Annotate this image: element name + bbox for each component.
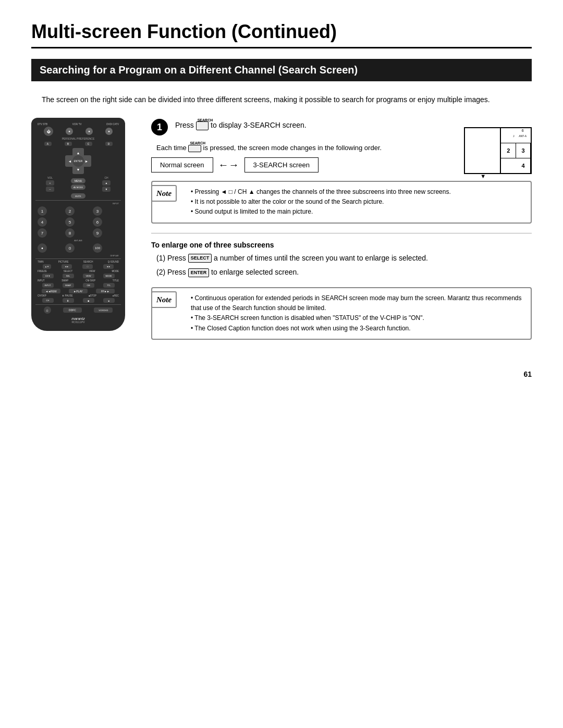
note-tag-2: Note <box>151 291 177 308</box>
power-button[interactable]: ⏻ <box>44 127 53 136</box>
note-item-1-2: It is not possible to alter the color or… <box>191 197 523 207</box>
menu-button[interactable]: MENU <box>71 178 85 183</box>
dtv-button[interactable]: ● <box>66 128 73 135</box>
search-btn-label: SEARCH <box>198 118 213 124</box>
input2-label: INPUT <box>38 279 45 282</box>
divider2 <box>35 258 121 259</box>
ff-btn[interactable]: FF►► <box>96 289 115 293</box>
mute-button[interactable]: MUTE <box>71 193 85 199</box>
num6-label: 6 <box>522 129 524 132</box>
input-row-btns: INPUT SWAP CM TTL <box>38 283 119 288</box>
cmskip-label: CM-SKIP <box>85 279 95 282</box>
picture-btn[interactable]: ◄► <box>62 264 72 269</box>
screen-header-2: 6 ANT-A <box>516 128 531 143</box>
btn-c[interactable]: C <box>85 142 92 146</box>
screen-cell-num4: 4 <box>516 158 531 173</box>
view-label: VIEW <box>89 270 95 273</box>
model-number: RC6111PV <box>35 320 121 324</box>
num1[interactable]: 1 <box>38 206 47 216</box>
brand-area: marantz RC6111PV <box>35 317 121 324</box>
btn-a[interactable]: A <box>44 142 52 146</box>
pause-btn[interactable]: ⏸ <box>63 298 74 303</box>
num2[interactable]: 2 <box>65 206 75 216</box>
twin-row-btns: ▲▼ ◄► □ ◄► <box>38 264 119 269</box>
ch-down[interactable]: ▼ <box>102 187 111 192</box>
normal-screen-box: Normal screen <box>151 157 213 172</box>
ant-a-label: ANT-A <box>519 134 527 138</box>
num4[interactable]: 4 <box>38 217 47 227</box>
vol-ch-row: VOL + – MENU AV MODE CH ▲ ▼ <box>38 176 119 192</box>
num6[interactable]: 6 <box>93 217 102 227</box>
remote-control: DTV STB VCR/ TV DVD/ CATV ⏻ ● ● ● PERSON… <box>31 118 125 331</box>
vcrdvd-btn[interactable]: VCR/DVD <box>94 307 113 313</box>
twin-btn[interactable]: ▲▼ <box>43 264 51 269</box>
num7[interactable]: 7 <box>38 228 47 238</box>
picture-label: PICTURE <box>58 261 69 263</box>
mode-btn[interactable]: MODE <box>103 274 115 278</box>
vol-up[interactable]: + <box>46 180 54 186</box>
dot-zero-hundred: • 0 100 <box>38 243 119 253</box>
screen-main-panel <box>465 128 501 173</box>
dot-btn[interactable]: • <box>38 243 47 253</box>
avmode-button[interactable]: AV MODE <box>71 184 85 190</box>
dvd-button[interactable]: ● <box>105 128 113 135</box>
step1-post: to display 3-SEARCH screen. <box>211 121 307 129</box>
ch-label: CH <box>104 176 108 179</box>
select-btn[interactable]: SEL <box>63 274 74 278</box>
stop-btn[interactable]: ■ <box>83 298 94 303</box>
display-label: DISPLAY <box>35 254 119 257</box>
btn-d[interactable]: D <box>105 142 113 146</box>
step1-row: 1 Press SEARCH to display 3-SEARCH scree… <box>151 118 438 135</box>
vcr-button[interactable]: ● <box>85 128 93 135</box>
search-button-inline: SEARCH <box>196 121 209 131</box>
select-btn-inline: SELECT <box>188 254 212 263</box>
divider3 <box>35 304 121 305</box>
step1-circle: 1 <box>151 119 168 135</box>
search-btn-remote[interactable]: □ <box>82 264 93 269</box>
num0[interactable]: 0 <box>65 243 75 253</box>
note-item-2-1: Continuous operation for extended period… <box>191 293 523 313</box>
chskp-btn[interactable]: CH <box>42 298 54 303</box>
search-screen-box: 3-SEARCH screen <box>244 157 319 172</box>
note-content-2: Continuous operation for extended period… <box>191 293 523 334</box>
num5[interactable]: 5 <box>65 217 75 227</box>
ant-ab-label: ANT-A/B <box>35 239 121 242</box>
pause-label: ⏸PAUSE <box>62 294 72 297</box>
note-item-2-3: The Closed Caption function does not wor… <box>191 324 523 334</box>
step1-block: 1 Press SEARCH to display 3-SEARCH scree… <box>151 118 532 181</box>
mode-switch: Normal screen ←→ 3-SEARCH screen <box>151 157 438 172</box>
cmskip-btn[interactable]: CM <box>83 283 94 288</box>
qsound-btn[interactable]: ◄► <box>103 264 114 269</box>
search-label-top: SEARCH <box>83 261 93 263</box>
screen-cell-num3: 3 <box>516 143 531 158</box>
dvd-label: DVD/ CATV <box>106 123 119 126</box>
num9[interactable]: 9 <box>93 228 102 238</box>
play-btn[interactable]: ►PLAY <box>69 289 88 293</box>
note-tag-1: Note <box>151 185 177 202</box>
view-btn[interactable]: VIEW <box>83 274 94 278</box>
input-btn[interactable]: INPUT <box>42 283 54 288</box>
note-item-1-1: Pressing ◄ □ / CH ▲ changes the channels… <box>191 187 523 197</box>
screen-arrow-down: ▼ <box>465 173 501 179</box>
swap-btn[interactable]: SWAP <box>63 283 74 288</box>
num3[interactable]: 3 <box>93 206 102 216</box>
ddfc-btn[interactable]: DDFC <box>63 307 82 313</box>
ch-up[interactable]: ▲ <box>102 180 111 186</box>
title-btn[interactable]: TTL <box>103 283 115 288</box>
swap-label: SWAP <box>62 279 68 282</box>
freeze-row-labels: FREEZE SELECT VIEW MODE <box>38 270 119 273</box>
num8[interactable]: 8 <box>65 228 75 238</box>
vol-down[interactable]: – <box>46 187 54 192</box>
rew-btn[interactable]: ◄◄REW <box>42 289 60 293</box>
note-box-2: Note Continuous operation for extended p… <box>151 287 532 340</box>
each-time-post: is pressed, the screen mode changes in t… <box>203 144 382 152</box>
vcr-label: VCR/ TV <box>72 123 82 126</box>
freeze-row-btns: CH▼ SEL VIEW MODE <box>38 274 119 278</box>
rec-btn[interactable]: ● <box>103 298 115 303</box>
note-item-2-2: The 3-SEARCH screen function is disabled… <box>191 313 523 323</box>
search-small-label: SEARCH <box>190 141 205 145</box>
freeze-btn[interactable]: CH▼ <box>42 274 54 278</box>
btn-b[interactable]: B <box>65 142 72 146</box>
section-header: Searching for a Program on a Different C… <box>31 59 532 81</box>
num100[interactable]: 100 <box>93 243 102 253</box>
